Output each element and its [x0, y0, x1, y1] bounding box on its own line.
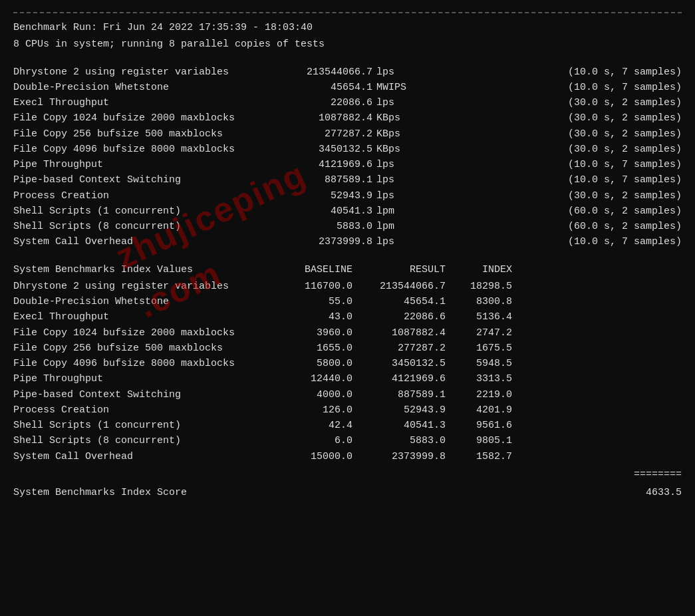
- bench-detail: (10.0 s, 7 samples): [426, 65, 682, 80]
- bench-label: Pipe-based Context Switching: [13, 172, 266, 188]
- index-data-row: Double-Precision Whetstone55.045654.1830…: [13, 294, 682, 309]
- bench-label: File Copy 1024 bufsize 2000 maxblocks: [13, 110, 266, 126]
- bench-unit: lps: [372, 95, 426, 110]
- bench-detail: (30.0 s, 2 samples): [426, 142, 682, 157]
- bench-detail: (10.0 s, 7 samples): [426, 172, 682, 188]
- bench-row: System Call Overhead2373999.8lps(10.0 s,…: [13, 234, 682, 249]
- index-row-baseline: 55.0: [273, 294, 352, 309]
- index-row-label: File Copy 4096 bufsize 8000 maxblocks: [13, 356, 273, 371]
- bench-row: File Copy 256 bufsize 500 maxblocks27728…: [13, 126, 682, 142]
- index-row-result: 2373999.8: [352, 449, 446, 464]
- bench-detail: (10.0 s, 7 samples): [426, 234, 682, 249]
- bench-label: Dhrystone 2 using register variables: [13, 65, 266, 80]
- index-row-index: 1675.5: [446, 341, 512, 356]
- bench-value: 887589.1: [266, 172, 372, 188]
- index-data-row: Execl Throughput43.022086.65136.4: [13, 309, 682, 325]
- score-row: System Benchmarks Index Score4633.5: [13, 485, 682, 500]
- bench-detail: (10.0 s, 7 samples): [426, 157, 682, 172]
- index-row-baseline: 5800.0: [273, 356, 352, 371]
- bench-detail: (10.0 s, 7 samples): [426, 80, 682, 95]
- bench-detail: (60.0 s, 2 samples): [426, 204, 682, 219]
- index-row-label: Double-Precision Whetstone: [13, 294, 273, 309]
- index-row-result: 52943.9: [352, 402, 446, 418]
- bench-row: Process Creation52943.9lps(30.0 s, 2 sam…: [13, 188, 682, 204]
- bench-detail: (30.0 s, 2 samples): [426, 110, 682, 126]
- index-row-baseline: 12440.0: [273, 371, 352, 386]
- index-row-label: File Copy 1024 bufsize 2000 maxblocks: [13, 325, 273, 341]
- bench-label: Pipe Throughput: [13, 157, 266, 172]
- bench-row: Shell Scripts (8 concurrent)5883.0lpm(60…: [13, 219, 682, 234]
- bench-unit: MWIPS: [372, 80, 426, 95]
- index-data-row: File Copy 4096 bufsize 8000 maxblocks580…: [13, 356, 682, 371]
- bench-unit: lpm: [372, 204, 426, 219]
- top-border: [13, 12, 682, 13]
- bench-row: File Copy 1024 bufsize 2000 maxblocks108…: [13, 110, 682, 126]
- bench-value: 45654.1: [266, 80, 372, 95]
- index-data-row: Process Creation126.052943.94201.9: [13, 402, 682, 418]
- index-col-index: INDEX: [446, 262, 512, 277]
- index-row-result: 40541.3: [352, 418, 446, 433]
- bench-row: Pipe Throughput4121969.6lps(10.0 s, 7 sa…: [13, 157, 682, 172]
- index-data-row: System Call Overhead15000.02373999.81582…: [13, 449, 682, 464]
- index-row-result: 4121969.6: [352, 371, 446, 386]
- index-row-label: Process Creation: [13, 402, 273, 418]
- bench-detail: (30.0 s, 2 samples): [426, 188, 682, 204]
- bench-row: Dhrystone 2 using register variables2135…: [13, 65, 682, 80]
- bench-label: File Copy 4096 bufsize 8000 maxblocks: [13, 142, 266, 157]
- index-data-row: Shell Scripts (8 concurrent)6.05883.0980…: [13, 433, 682, 448]
- bench-value: 4121969.6: [266, 157, 372, 172]
- bench-unit: lps: [372, 234, 426, 249]
- score-label: System Benchmarks Index Score: [13, 485, 615, 500]
- bench-row: Pipe-based Context Switching887589.1lps(…: [13, 172, 682, 188]
- bench-unit: KBps: [372, 142, 426, 157]
- index-row-index: 3313.5: [446, 371, 512, 386]
- index-data-row: Dhrystone 2 using register variables1167…: [13, 279, 682, 294]
- bench-unit: lps: [372, 188, 426, 204]
- index-row-index: 2219.0: [446, 387, 512, 402]
- bench-unit: KBps: [372, 110, 426, 126]
- separator-row: ========: [13, 467, 682, 482]
- index-row-result: 213544066.7: [352, 279, 446, 294]
- bench-value: 213544066.7: [266, 65, 372, 80]
- index-data-row: Pipe Throughput12440.04121969.63313.5: [13, 371, 682, 386]
- index-row-label: Shell Scripts (8 concurrent): [13, 433, 273, 448]
- index-row-index: 5136.4: [446, 309, 512, 325]
- index-row-label: Pipe-based Context Switching: [13, 387, 273, 402]
- index-data-row: File Copy 256 bufsize 500 maxblocks1655.…: [13, 341, 682, 356]
- index-col-baseline: BASELINE: [273, 262, 352, 277]
- bench-label: File Copy 256 bufsize 500 maxblocks: [13, 126, 266, 142]
- index-row-baseline: 15000.0: [273, 449, 352, 464]
- index-header-row: System Benchmarks Index ValuesBASELINERE…: [13, 262, 682, 277]
- bench-unit: lpm: [372, 219, 426, 234]
- header-line1: Benchmark Run: Fri Jun 24 2022 17:35:39 …: [13, 20, 682, 35]
- bench-row: File Copy 4096 bufsize 8000 maxblocks345…: [13, 142, 682, 157]
- index-row-result: 5883.0: [352, 433, 446, 448]
- index-row-baseline: 43.0: [273, 309, 352, 325]
- index-row-result: 22086.6: [352, 309, 446, 325]
- index-row-result: 45654.1: [352, 294, 446, 309]
- bench-value: 22086.6: [266, 95, 372, 110]
- index-section: System Benchmarks Index ValuesBASELINERE…: [13, 262, 682, 501]
- index-row-baseline: 42.4: [273, 418, 352, 433]
- index-row-baseline: 4000.0: [273, 387, 352, 402]
- bench-label: Double-Precision Whetstone: [13, 80, 266, 95]
- index-row-baseline: 6.0: [273, 433, 352, 448]
- index-row-label: Dhrystone 2 using register variables: [13, 279, 273, 294]
- index-data-row: Shell Scripts (1 concurrent)42.440541.39…: [13, 418, 682, 433]
- index-data-row: Pipe-based Context Switching4000.0887589…: [13, 387, 682, 402]
- index-row-label: Pipe Throughput: [13, 371, 273, 386]
- index-row-index: 9805.1: [446, 433, 512, 448]
- benchmark-rows: Dhrystone 2 using register variables2135…: [13, 65, 682, 250]
- bench-label: Shell Scripts (8 concurrent): [13, 219, 266, 234]
- bench-detail: (30.0 s, 2 samples): [426, 95, 682, 110]
- score-value: 4633.5: [615, 485, 682, 500]
- index-row-result: 3450132.5: [352, 356, 446, 371]
- index-row-baseline: 126.0: [273, 402, 352, 418]
- bench-value: 2373999.8: [266, 234, 372, 249]
- index-row-index: 8300.8: [446, 294, 512, 309]
- index-row-index: 1582.7: [446, 449, 512, 464]
- bench-row: Execl Throughput22086.6lps(30.0 s, 2 sam…: [13, 95, 682, 110]
- bench-label: Process Creation: [13, 188, 266, 204]
- bench-detail: (30.0 s, 2 samples): [426, 126, 682, 142]
- bench-label: System Call Overhead: [13, 234, 266, 249]
